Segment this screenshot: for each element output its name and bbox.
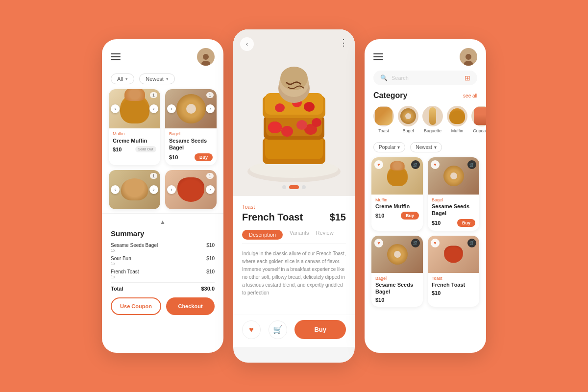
product-title: French Toast <box>242 212 303 223</box>
avatar[interactable] <box>197 48 215 66</box>
next-image-btn[interactable]: › <box>206 104 215 113</box>
right-price-row: $10 Buy <box>375 212 419 220</box>
bagel-art <box>387 244 408 265</box>
buy-button[interactable]: Buy <box>195 153 213 161</box>
product-image-toast-small: ‹ › 1 <box>165 170 217 209</box>
category-filter[interactable]: All ▾ <box>111 74 134 84</box>
summary-item-price: $10 <box>206 256 215 266</box>
summary-title: Summary <box>111 229 215 238</box>
right-product-category: Bagel <box>375 276 419 281</box>
svg-point-22 <box>280 67 308 90</box>
use-coupon-button[interactable]: Use Coupon <box>111 297 161 315</box>
product-card-muffin: ‹ › 1 Muffin Creme Muffin $10 Sold Out <box>109 89 160 165</box>
category-item-cupcake[interactable]: Cupcake <box>471 106 486 133</box>
filter-icon[interactable]: ⊞ <box>465 74 470 82</box>
image-counter: 1 <box>150 92 157 98</box>
right-product-info: Bagel Sesame Seeds Bagel $10 Buy <box>428 195 479 231</box>
right-buy-button[interactable]: Buy <box>401 212 419 220</box>
product-price-tag: $15 <box>330 212 346 223</box>
product-description: Indulge in the classic allure of our Fre… <box>242 250 346 297</box>
right-product-card-bagel2: ♥ 🛒 Bagel Sesame Seeds Bagel $10 <box>371 236 423 307</box>
bagel-art <box>443 166 464 186</box>
category-item-muffin[interactable]: Muffin <box>447 106 467 133</box>
summary-item-name: Sesame Seeds Bagel <box>111 243 158 248</box>
svg-point-18 <box>304 102 315 112</box>
menu-icon[interactable] <box>111 53 121 60</box>
menu-icon[interactable] <box>373 53 383 60</box>
summary-item-name: French Toast <box>111 269 139 274</box>
add-to-cart-button[interactable]: 🛒 <box>269 320 287 339</box>
product-info: Bagel Sesame Seeds Bagel $10 Buy <box>165 128 217 165</box>
checkout-button[interactable]: Checkout <box>166 297 215 315</box>
right-product-price: $10 <box>432 290 441 296</box>
more-options-icon[interactable]: ⋮ <box>339 37 348 48</box>
add-to-cart-icon[interactable]: 🛒 <box>467 160 476 169</box>
right-products-grid: ♥ 🛒 Muffin Creme Muffin $10 Buy ♥ � <box>365 157 486 307</box>
sold-out-badge: Sold Out <box>135 146 156 152</box>
right-product-info: Bagel Sesame Seeds Bagel $10 <box>371 273 423 307</box>
right-product-info: Toast French Toast $10 <box>428 273 479 300</box>
buy-button[interactable]: Buy <box>294 320 346 339</box>
wishlist-icon[interactable]: ♥ <box>374 160 383 169</box>
prev-image-btn[interactable]: ‹ <box>167 185 176 194</box>
right-product-image-muffin: ♥ 🛒 <box>371 157 423 195</box>
right-product-price: $10 <box>375 297 384 303</box>
tab-review[interactable]: Review <box>316 230 334 240</box>
muffin-art <box>387 166 408 186</box>
product-image-bun: ‹ › 1 <box>109 170 160 209</box>
dot-2-active[interactable] <box>289 185 299 189</box>
strawberry-art <box>177 177 204 202</box>
search-input[interactable]: Search <box>392 75 461 81</box>
summary-item-qty: 1x <box>111 248 158 253</box>
chevron-down-icon: ▾ <box>397 145 400 150</box>
right-price-row: $10 <box>375 297 419 303</box>
right-product-card-muffin: ♥ 🛒 Muffin Creme Muffin $10 Buy <box>371 157 423 231</box>
summary-section: ▲ Summary Sesame Seeds Bagel 1x $10 Sour… <box>102 213 223 292</box>
tab-variants[interactable]: Variants <box>290 230 309 240</box>
wishlist-icon[interactable]: ♥ <box>431 160 440 169</box>
right-product-image-bagel2: ♥ 🛒 <box>371 236 423 273</box>
add-to-cart-icon[interactable]: 🛒 <box>411 160 420 169</box>
category-img-toast <box>373 106 394 126</box>
right-buy-button[interactable]: Buy <box>457 219 475 227</box>
dot-1[interactable] <box>282 185 286 189</box>
right-product-category: Muffin <box>375 197 419 202</box>
right-price-row: $10 <box>432 290 475 296</box>
svg-point-15 <box>296 120 307 130</box>
category-label-cupcake: Cupcake <box>473 128 486 133</box>
wishlist-icon[interactable]: ♥ <box>431 239 440 247</box>
back-button[interactable]: ‹ <box>240 37 254 51</box>
category-section: Category see all Toast Bagel <box>365 91 486 138</box>
prev-image-btn[interactable]: ‹ <box>111 185 120 194</box>
dot-3[interactable] <box>302 185 306 189</box>
summary-toggle[interactable]: ▲ <box>111 219 215 225</box>
add-to-cart-icon[interactable]: 🛒 <box>411 239 420 247</box>
product-price: $10 <box>169 154 178 160</box>
product-name: Creme Muffin <box>113 137 156 144</box>
prev-image-btn[interactable]: ‹ <box>167 104 176 113</box>
category-item-toast[interactable]: Toast <box>373 106 394 133</box>
product-tabs: Description Variants Review <box>242 230 346 244</box>
tab-description[interactable]: Description <box>242 230 283 240</box>
hero-image-section: ‹ ⋮ <box>233 29 355 196</box>
avatar[interactable] <box>460 48 477 66</box>
right-product-card-toast: ♥ 🛒 Toast French Toast $10 <box>428 236 479 307</box>
right-product-name: Sesame Seeds Bagel <box>432 203 475 217</box>
product-category: Bagel <box>169 131 213 136</box>
popular-filter[interactable]: Popular ▾ <box>373 142 405 152</box>
next-image-btn[interactable]: › <box>149 104 158 113</box>
next-image-btn[interactable]: › <box>149 185 158 194</box>
sort-filter[interactable]: Newest ▾ <box>139 74 175 84</box>
wishlist-icon[interactable]: ♥ <box>374 239 383 247</box>
category-item-baguette[interactable]: Baguette <box>422 106 443 133</box>
add-to-cart-icon[interactable]: 🛒 <box>467 239 476 247</box>
summary-item-qty: 1x <box>111 274 139 279</box>
see-all-link[interactable]: see all <box>463 93 477 98</box>
newest-filter[interactable]: Newest ▾ <box>410 142 441 152</box>
prev-image-btn[interactable]: ‹ <box>111 104 120 113</box>
search-bar[interactable]: 🔍 Search ⊞ <box>373 71 477 85</box>
wishlist-button[interactable]: ♥ <box>242 320 261 339</box>
category-label-baguette: Baguette <box>424 128 441 133</box>
category-item-bagel[interactable]: Bagel <box>398 106 418 133</box>
next-image-btn[interactable]: › <box>206 185 215 194</box>
